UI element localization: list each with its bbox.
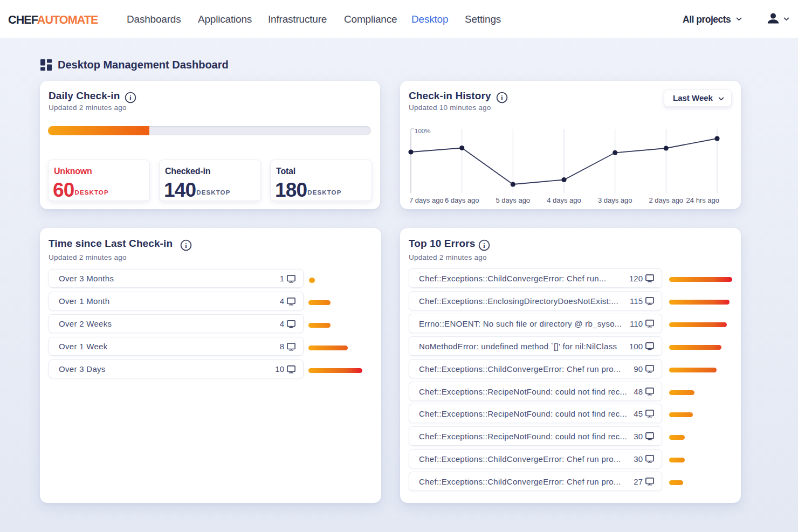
svg-text:100%: 100% — [415, 128, 430, 134]
svg-text:5 days ago: 5 days ago — [496, 196, 530, 204]
svg-text:i: i — [483, 241, 485, 250]
svg-text:3 days ago: 3 days ago — [598, 196, 632, 204]
svg-text:i: i — [129, 94, 132, 102]
svg-text:2 days ago: 2 days ago — [649, 196, 683, 204]
svg-text:7 days ago: 7 days ago — [409, 196, 444, 204]
svg-text:i: i — [501, 94, 503, 102]
svg-text:4 days ago: 4 days ago — [547, 196, 581, 204]
svg-text:i: i — [185, 241, 187, 250]
svg-text:6 days ago: 6 days ago — [445, 196, 479, 204]
svg-text:24 hrs ago: 24 hrs ago — [686, 196, 719, 204]
